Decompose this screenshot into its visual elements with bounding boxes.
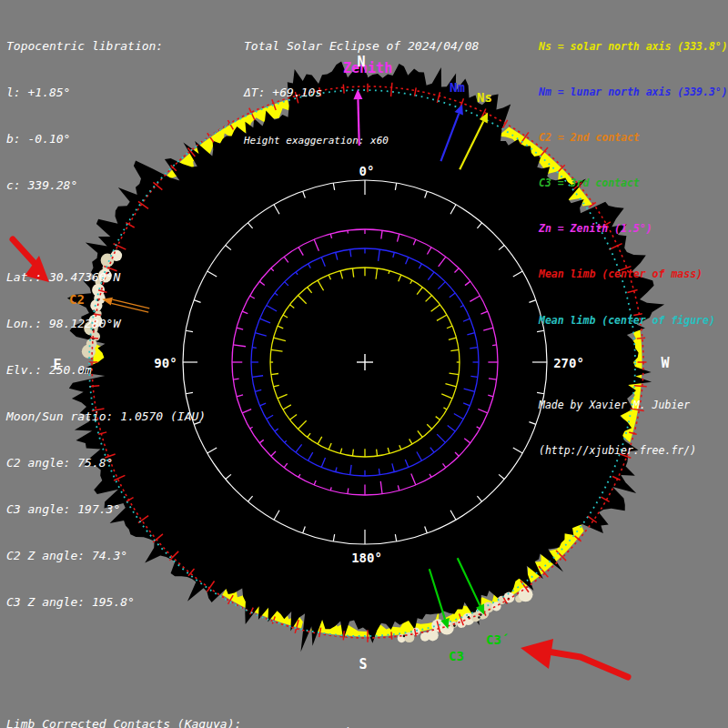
info-line: C2 Z angle: 74.3°	[6, 551, 206, 562]
bailys-beads-block: Baily's Beads: ±3.0s	[539, 707, 682, 728]
title-block: Total Solar Eclipse of 2024/04/08 ΔT: +6…	[244, 6, 479, 164]
info-line: l: +1.85°	[6, 87, 206, 99]
svg-text:C3´: C3´	[486, 632, 509, 647]
info-line: Lat.: 30.47360°N	[6, 272, 206, 284]
info-line: b: -0.10°	[6, 134, 206, 146]
svg-text:C3: C3	[449, 649, 464, 663]
topocentric-libration-info: Topocentric libration: l: +1.85° b: -0.1…	[6, 6, 206, 626]
credit-url: (http://xjubier.free.fr/)	[539, 445, 728, 456]
info-line: C3 Z angle: 195.8°	[6, 597, 206, 609]
legend-item-lunar-north: Nm = lunar north axis (339.3°)	[539, 86, 728, 97]
info-line: c: 339.28°	[6, 180, 206, 192]
legend-item-mean-limb-mass: Mean limb (center of mass)	[539, 268, 728, 279]
info-line-blank	[6, 227, 206, 238]
legend-gap	[539, 360, 728, 365]
height-exaggeration-note: Height exaggeration: x60	[244, 136, 479, 147]
svg-text:0°: 0°	[359, 164, 375, 178]
svg-text:S: S	[359, 656, 367, 672]
duration-block: Mean Duration: 3m51.6s Corrected Duratio…	[272, 693, 464, 728]
legend-item-c3: C3 = 3rd contact	[539, 177, 728, 188]
info-line: C2 angle: 75.8°	[6, 458, 206, 470]
contacts-heading: Limb Corrected Contacts (Kaguya):	[6, 719, 241, 728]
svg-text:Ns: Ns	[477, 90, 492, 105]
delta-t: ΔT: +69.10s	[244, 87, 479, 99]
info-line: Elv.: 250.0m	[6, 365, 206, 377]
info-line: C3 angle: 197.3°	[6, 504, 206, 516]
legend-item-solar-north: Ns = solar north axis (333.8°)	[539, 41, 728, 52]
info-line: Moon/Sun ratio: 1.0570 (IAU)	[6, 411, 206, 423]
legend-item-zenith: Zn = Zenith (1.5°)	[539, 223, 728, 234]
chart-title: Total Solar Eclipse of 2024/04/08	[244, 41, 479, 53]
info-line: Lon.: 98.12280°W	[6, 318, 206, 330]
limb-profile-screen: { "info_left": { "lines": [ "Topocentric…	[0, 0, 728, 728]
limb-corrected-contacts: Limb Corrected Contacts (Kaguya): C2': -…	[6, 684, 241, 728]
legend-item-mean-limb-figure: Mean limb (center of figure)	[539, 315, 728, 326]
credit-author: Made by Xavier M. Jubier	[539, 399, 728, 410]
svg-text:180°: 180°	[351, 551, 382, 565]
legend-item-c2: C2 = 2nd contact	[539, 132, 728, 143]
legend: Ns = solar north axis (333.8°) Nm = luna…	[539, 6, 728, 473]
info-line: Topocentric libration:	[6, 41, 206, 53]
